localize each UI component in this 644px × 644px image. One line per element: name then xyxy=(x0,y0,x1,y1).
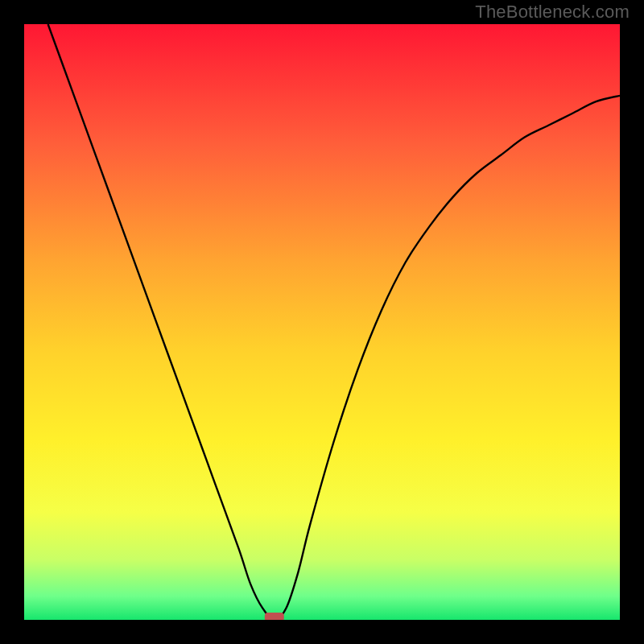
gradient-background xyxy=(24,24,620,620)
chart-svg xyxy=(24,24,620,620)
watermark-text: TheBottleneck.com xyxy=(475,2,630,23)
plot-area xyxy=(24,24,620,620)
minimum-marker xyxy=(265,613,284,620)
chart-frame: TheBottleneck.com xyxy=(0,0,644,644)
